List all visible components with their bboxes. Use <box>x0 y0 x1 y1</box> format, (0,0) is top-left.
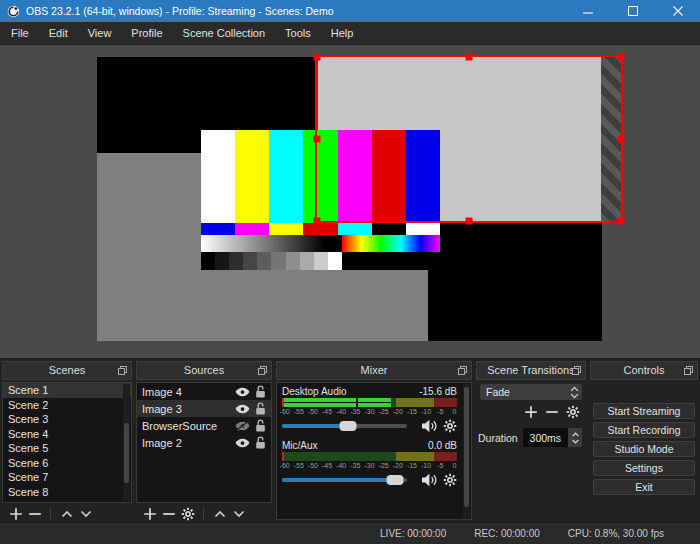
scene-row[interactable]: Scene 7 <box>3 470 131 485</box>
mixer-channel-desktop-audio: Desktop Audio-15.6 dB-60-55-50-45-40-35-… <box>282 386 457 433</box>
menu-item-file[interactable]: File <box>1 22 39 44</box>
sources-list[interactable]: Image 4Image 3BrowserSourceImage 2 <box>136 382 272 503</box>
menu-item-scene-collection[interactable]: Scene Collection <box>173 22 276 44</box>
visibility-eye-off-icon[interactable] <box>235 421 250 431</box>
studio-mode-button[interactable]: Studio Mode <box>593 441 695 457</box>
transition-select[interactable]: Fade <box>480 384 582 400</box>
close-button[interactable] <box>655 0 700 22</box>
source-row[interactable]: Image 4 <box>137 383 271 400</box>
scene-row[interactable]: Scene 5 <box>3 441 131 456</box>
slider-handle[interactable] <box>386 475 403 485</box>
source-black-rect-bottom[interactable] <box>428 223 602 341</box>
slider-fill <box>282 478 395 482</box>
volume-slider[interactable] <box>282 419 407 433</box>
scenes-list[interactable]: Scene 1Scene 2Scene 3Scene 4Scene 5Scene… <box>2 382 132 503</box>
scrollbar-thumb[interactable] <box>124 423 129 484</box>
remove-transition-button[interactable] <box>545 405 559 423</box>
maximize-button[interactable] <box>610 0 655 22</box>
scrollbar-thumb[interactable] <box>464 387 469 508</box>
selection-handle[interactable] <box>618 218 625 225</box>
duration-spin-buttons[interactable] <box>568 428 582 447</box>
source-row[interactable]: Image 2 <box>137 434 271 451</box>
remove-source-button[interactable] <box>159 506 178 522</box>
controls-panel-header[interactable]: Controls <box>590 361 698 380</box>
selection-handle[interactable] <box>618 136 625 143</box>
selection-handle[interactable] <box>314 136 321 143</box>
settings-button[interactable]: Settings <box>593 460 695 476</box>
selection-handle[interactable] <box>618 54 625 61</box>
meter-tick-label: -25 <box>379 408 389 416</box>
scene-row[interactable]: Scene 6 <box>3 456 131 471</box>
scene-row[interactable]: Scene 9 <box>3 499 131 503</box>
menu-item-help[interactable]: Help <box>321 22 364 44</box>
add-source-button[interactable] <box>140 506 159 522</box>
scene-row[interactable]: Scene 4 <box>3 427 131 442</box>
selection-handle[interactable] <box>466 218 473 225</box>
visibility-eye-icon[interactable] <box>235 404 250 414</box>
mixer-panel-header[interactable]: Mixer <box>276 361 472 380</box>
selection-handle[interactable] <box>314 218 321 225</box>
popout-icon[interactable] <box>458 366 467 375</box>
minimize-button[interactable] <box>565 0 610 22</box>
obs-logo-icon <box>7 5 20 18</box>
selection-handle[interactable] <box>466 54 473 61</box>
lock-icon[interactable] <box>255 436 266 449</box>
transitions-panel-header[interactable]: Scene Transitions <box>476 361 586 380</box>
move-source-up-button[interactable] <box>210 506 229 522</box>
selection-bounding-box[interactable] <box>315 55 623 223</box>
start-streaming-button[interactable]: Start Streaming <box>593 403 695 419</box>
menu-item-profile[interactable]: Profile <box>121 22 172 44</box>
preview-area[interactable] <box>0 45 700 358</box>
meter-tick-label: -5 <box>437 462 443 470</box>
source-row[interactable]: BrowserSource <box>137 417 271 434</box>
title-bar[interactable]: OBS 23.2.1 (64-bit, windows) - Profile: … <box>0 0 700 22</box>
volume-slider[interactable] <box>282 473 407 487</box>
exit-button[interactable]: Exit <box>593 479 695 495</box>
popout-icon[interactable] <box>258 366 267 375</box>
lock-icon[interactable] <box>255 419 266 432</box>
source-row[interactable]: Image 3 <box>137 400 271 417</box>
meter-tick-label: -45 <box>322 462 332 470</box>
transition-selected-value: Fade <box>480 386 566 398</box>
mute-speaker-icon[interactable] <box>421 419 438 433</box>
menu-item-tools[interactable]: Tools <box>275 22 321 44</box>
scenes-scrollbar[interactable] <box>123 384 130 501</box>
add-transition-button[interactable] <box>524 405 538 423</box>
move-scene-up-button[interactable] <box>57 506 76 522</box>
lock-icon[interactable] <box>255 385 266 398</box>
move-source-down-button[interactable] <box>229 506 248 522</box>
popout-icon[interactable] <box>118 366 127 375</box>
start-recording-button[interactable]: Start Recording <box>593 422 695 438</box>
scenes-toolbar <box>2 505 132 522</box>
scene-row[interactable]: Scene 2 <box>3 398 131 413</box>
visibility-eye-icon[interactable] <box>235 438 250 448</box>
menu-item-edit[interactable]: Edit <box>39 22 78 44</box>
duration-spinner[interactable]: 300ms <box>523 428 582 447</box>
popout-icon[interactable] <box>684 366 693 375</box>
transition-properties-button[interactable] <box>566 405 580 423</box>
maximize-icon <box>628 6 638 16</box>
slider-handle[interactable] <box>340 421 357 431</box>
scene-row[interactable]: Scene 8 <box>3 485 131 500</box>
move-scene-down-button[interactable] <box>76 506 95 522</box>
scene-row[interactable]: Scene 1 <box>3 383 131 398</box>
source-properties-button[interactable] <box>178 506 197 522</box>
lock-icon[interactable] <box>255 402 266 415</box>
add-scene-button[interactable] <box>6 506 25 522</box>
sources-panel-header[interactable]: Sources <box>136 361 272 380</box>
selection-handle[interactable] <box>314 54 321 61</box>
mute-speaker-icon[interactable] <box>421 473 438 487</box>
channel-name: Desktop Audio <box>282 386 347 397</box>
channel-settings-gear-icon[interactable] <box>443 419 457 433</box>
scene-row[interactable]: Scene 3 <box>3 412 131 427</box>
channel-controls <box>282 473 457 487</box>
menu-item-view[interactable]: View <box>78 22 122 44</box>
popout-icon[interactable] <box>572 366 581 375</box>
mixer-scrollbar[interactable] <box>463 384 470 518</box>
slider-fill <box>282 424 348 428</box>
scenes-panel-header[interactable]: Scenes <box>2 361 132 380</box>
channel-settings-gear-icon[interactable] <box>443 473 457 487</box>
mixer-channel-mic-aux: Mic/Aux0.0 dB-60-55-50-45-40-35-30-25-20… <box>282 440 457 487</box>
remove-scene-button[interactable] <box>25 506 44 522</box>
visibility-eye-icon[interactable] <box>235 387 250 397</box>
